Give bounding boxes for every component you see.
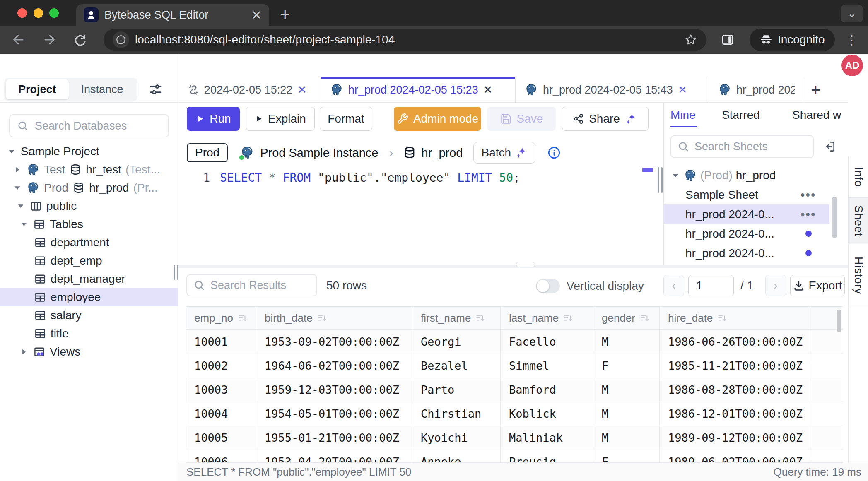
editor-tab[interactable]: hr_prod 2024-0 <box>709 77 804 103</box>
tab-history[interactable]: History <box>849 244 868 307</box>
tree-item-title[interactable]: title <box>0 325 178 343</box>
panel-resize-handle[interactable] <box>658 167 659 193</box>
table-scrollbar[interactable] <box>837 310 841 332</box>
sql-editor[interactable]: 1 SELECT * FROM "public"."employee" LIMI… <box>178 166 663 265</box>
share-button[interactable]: Share <box>562 107 649 131</box>
run-button[interactable]: Run <box>187 107 240 131</box>
save-button[interactable]: Save <box>487 107 556 131</box>
table-row[interactable]: 100051955-01-21T00:00:00ZKyoichiMaliniak… <box>186 426 843 450</box>
sheet-menu-icon[interactable]: ••• <box>800 188 816 202</box>
next-page-button[interactable]: › <box>765 275 786 296</box>
editor-tab[interactable]: hr_prod 2024-02-05 15:23✕ <box>321 77 516 103</box>
instance-name[interactable]: Prod Sample Instance <box>260 146 378 160</box>
browser-tab[interactable]: Bytebase SQL Editor ✕ <box>76 4 269 26</box>
search-databases-input[interactable]: Search Databases <box>9 114 169 137</box>
editor-tab[interactable]: 2024-02-05 15:22✕ <box>178 77 321 103</box>
column-header-last_name[interactable]: last_name <box>501 307 593 329</box>
info-icon[interactable] <box>547 146 561 160</box>
database-name[interactable]: hr_prod <box>421 146 463 160</box>
user-avatar[interactable]: AD <box>841 55 863 76</box>
table-row[interactable]: 100031959-12-03T00:00:00ZPartoBamfordM19… <box>186 378 843 402</box>
close-tab-icon[interactable]: ✕ <box>678 83 687 96</box>
editor-tab[interactable]: hr_prod 2024-02-05 15:43✕ <box>516 77 709 103</box>
sheet-item[interactable]: hr_prod 2024-0... <box>664 243 848 263</box>
column-header-first_name[interactable]: first_name <box>412 307 501 329</box>
tab-shared-with-me[interactable]: Shared w <box>792 108 841 122</box>
tree-item-prod[interactable]: Prodhr_prod(Pr... <box>0 179 178 197</box>
window-close-button[interactable] <box>17 8 27 18</box>
page-number-input[interactable]: 1 <box>688 275 734 296</box>
tree-item-dept_emp[interactable]: dept_emp <box>0 252 178 270</box>
admin-mode-button[interactable]: Admin mode <box>394 107 481 131</box>
tab-mine[interactable]: Mine <box>670 108 696 122</box>
caret-right-icon[interactable] <box>12 165 22 174</box>
tree-item-department[interactable]: department <box>0 233 178 252</box>
sheet-menu-icon[interactable]: ••• <box>800 207 816 221</box>
tree-item-dept_manager[interactable]: dept_manager <box>0 270 178 288</box>
sidebar-resize-handle[interactable] <box>174 265 175 280</box>
tree-item-sampleproject[interactable]: Sample Project <box>0 142 178 161</box>
bookmark-star-icon[interactable] <box>684 33 697 46</box>
window-minimize-button[interactable] <box>34 8 43 18</box>
panel-drag-pill[interactable] <box>516 262 535 267</box>
table-row[interactable]: 100011953-09-02T00:00:00ZGeorgiFacelloM1… <box>186 330 843 354</box>
tab-close-icon[interactable]: ✕ <box>251 8 262 22</box>
column-header-emp_no[interactable]: emp_no <box>186 307 256 329</box>
editor-tab-label: 2024-02-05 15:22 <box>204 84 292 96</box>
tab-search-chevron-icon[interactable]: ⌄ <box>841 5 863 22</box>
table-cell: 10001 <box>186 330 256 354</box>
table-row[interactable]: 100061953-04-20T00:00:00ZAnnekePreusigF1… <box>186 450 843 463</box>
tab-instance[interactable]: Instance <box>69 79 136 99</box>
window-zoom-button[interactable] <box>49 8 59 18</box>
column-header-hire_date[interactable]: hire_date <box>660 307 810 329</box>
sheet-scrollbar[interactable] <box>832 197 837 238</box>
browser-menu-icon[interactable]: ⋮ <box>846 33 858 47</box>
vertical-display-toggle[interactable] <box>536 279 560 293</box>
tree-item-salary[interactable]: salary <box>0 306 178 325</box>
caret-down-icon[interactable] <box>16 202 26 211</box>
prev-page-button[interactable]: ‹ <box>663 275 684 296</box>
sheet-item[interactable]: hr_prod 2024-0...••• <box>664 204 829 224</box>
caret-down-icon[interactable] <box>19 220 29 229</box>
column-header-gender[interactable]: gender <box>593 307 660 329</box>
caret-right-icon[interactable] <box>19 347 29 356</box>
back-icon[interactable] <box>12 33 26 47</box>
tree-item-tables[interactable]: Tables <box>0 215 178 233</box>
tab-starred[interactable]: Starred <box>722 108 760 122</box>
search-sheets-input[interactable]: Search Sheets <box>670 135 814 158</box>
sheet-group[interactable]: (Prod) hr_prod <box>664 166 848 185</box>
caret-down-icon[interactable] <box>12 183 22 192</box>
explain-button[interactable]: Explain <box>246 107 315 131</box>
caret-down-icon[interactable] <box>7 147 17 156</box>
tab-info[interactable]: Info <box>849 156 868 198</box>
reload-icon[interactable] <box>73 33 87 47</box>
tab-sheet[interactable]: Sheet <box>849 198 868 244</box>
new-tab-icon[interactable]: + <box>280 6 290 23</box>
side-panel-icon[interactable] <box>721 33 735 47</box>
table-row[interactable]: 100021964-06-02T00:00:00ZBezalelSimmelF1… <box>186 354 843 378</box>
batch-button[interactable]: Batch <box>473 142 535 164</box>
share-icon <box>573 113 584 124</box>
tree-item-views[interactable]: Views <box>0 343 178 361</box>
format-button[interactable]: Format <box>320 107 372 131</box>
tree-item-public[interactable]: public <box>0 197 178 215</box>
url-bar[interactable]: localhost:8080/sql-editor/sheet/project-… <box>104 29 706 51</box>
site-info-icon[interactable] <box>113 31 129 48</box>
caret-down-icon[interactable] <box>670 171 680 180</box>
close-tab-icon[interactable]: ✕ <box>297 83 307 96</box>
search-results-input[interactable]: Search Results <box>186 274 317 296</box>
new-sheet-icon[interactable]: + <box>804 77 827 103</box>
import-sheet-icon[interactable] <box>823 140 836 153</box>
export-button[interactable]: Export <box>790 275 845 296</box>
sheet-item[interactable]: Sample Sheet••• <box>664 185 848 204</box>
table-row[interactable]: 100041954-05-01T00:00:00ZChirstianKoblic… <box>186 402 843 426</box>
tree-item-test[interactable]: Testhr_test(Test... <box>0 161 178 179</box>
sheet-item[interactable]: hr_prod 2024-0... <box>664 224 848 243</box>
column-header-birth_date[interactable]: birth_date <box>256 307 412 329</box>
panel-resize-handle[interactable] <box>661 167 663 193</box>
filter-sliders-icon[interactable] <box>148 82 163 97</box>
forward-icon[interactable] <box>42 33 56 47</box>
tab-project[interactable]: Project <box>6 79 69 99</box>
tree-item-employee[interactable]: employee <box>0 288 178 306</box>
close-tab-icon[interactable]: ✕ <box>483 83 493 96</box>
